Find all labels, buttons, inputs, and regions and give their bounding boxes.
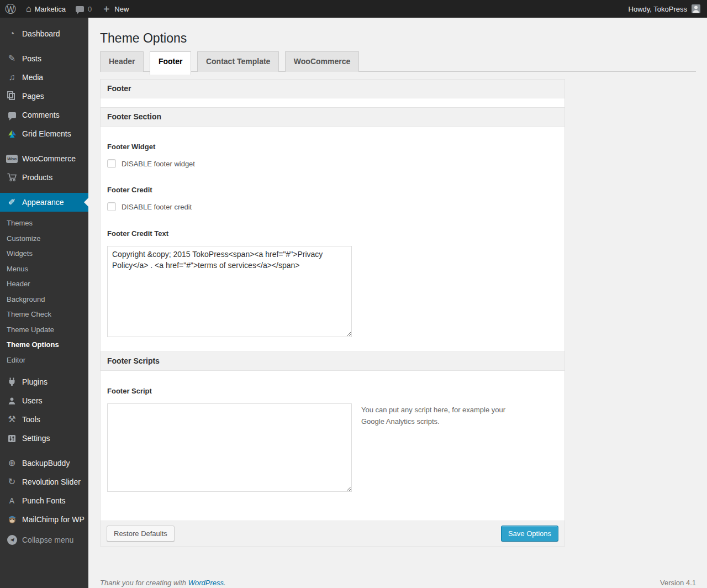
footer-widget-label: Footer Widget [107,143,558,151]
submenu-item-theme-options[interactable]: Theme Options [0,337,88,353]
tab-contact-template[interactable]: Contact Template [197,51,279,72]
tab-woocommerce[interactable]: WooCommerce [285,51,359,72]
admin-footer: Thank you for creating with WordPress. V… [100,579,696,587]
site-name-link[interactable]: ⌂ Marketica [21,0,71,18]
sidebar-item-label: Settings [22,434,50,443]
version-text: Version 4.1 [660,579,696,587]
avatar [692,4,700,13]
howdy-account-menu[interactable]: Howdy, TokoPress [624,0,700,18]
panel-action-bar: Restore Defaults Save Options [101,521,564,546]
sidebar-item-posts[interactable]: ✎ Posts [0,49,88,68]
submenu-item-menus[interactable]: Menus [0,261,88,277]
cart-icon [6,173,18,182]
admin-bar: Ⓦ ⌂ Marketica 0 ＋ New Howdy, TokoPress [0,0,707,18]
mailchimp-monkey-icon [6,515,18,524]
sidebar-item-woocommerce[interactable]: Woo WooCommerce [0,149,88,168]
sidebar-item-users[interactable]: Users [0,391,88,410]
sidebar-item-label: MailChimp for WP [22,515,85,524]
letter-a-icon: A [6,491,18,510]
grid-elements-icon [6,129,18,138]
sidebar-item-label: Punch Fonts [22,496,66,505]
restore-defaults-button[interactable]: Restore Defaults [107,526,175,542]
howdy-text: Howdy, TokoPress [629,5,687,13]
new-label: New [114,5,129,13]
thanks-prefix: Thank you for creating with [100,579,188,587]
sidebar-item-plugins[interactable]: Plugins [0,372,88,391]
submenu-item-customize[interactable]: Customize [0,231,88,246]
sidebar-item-pages[interactable]: Pages [0,87,88,106]
tab-header[interactable]: Header [100,51,144,72]
sidebar-item-media[interactable]: ♫ Media [0,68,88,87]
sidebar-item-backupbuddy[interactable]: ⊕ BackupBuddy [0,454,88,473]
admin-sidebar: ◔ Dashboard ✎ Posts ♫ Media Pages Commen… [0,18,88,588]
dashboard-icon: ◔ [6,24,18,43]
thanks-suffix: . [224,579,226,587]
disable-footer-widget-text[interactable]: DISABLE footer widget [122,160,195,168]
sidebar-item-punch-fonts[interactable]: A Punch Fonts [0,491,88,510]
sidebar-item-label: Dashboard [22,29,60,38]
plus-icon: ＋ [102,1,111,17]
sidebar-item-mailchimp[interactable]: MailChimp for WP [0,510,88,529]
sidebar-item-revolution-slider[interactable]: ↻ Revolution Slider [0,473,88,491]
sidebar-item-label: Users [22,396,43,405]
footer-script-label: Footer Script [107,387,558,395]
theme-options-tabs: Header Footer Contact Template WooCommer… [100,51,696,72]
sidebar-item-label: Tools [22,415,40,424]
submenu-item-theme-update[interactable]: Theme Update [0,322,88,338]
refresh-arrows-icon: ↻ [6,473,18,491]
comment-count: 0 [88,5,92,13]
section-header-footer-scripts: Footer Scripts [101,351,564,371]
backupbuddy-icon: ⊕ [6,454,18,473]
main-content: Theme Options Header Footer Contact Temp… [88,18,707,588]
sidebar-item-label: Revolution Slider [22,477,81,486]
footer-options-panel: Footer Footer Section Footer Widget DISA… [100,79,565,547]
appearance-submenu: Themes Customize Widgets Menus Header Ba… [0,212,88,372]
submenu-item-editor[interactable]: Editor [0,353,88,368]
sidebar-item-tools[interactable]: ⚒ Tools [0,410,88,429]
comments-adminbar-link[interactable]: 0 [71,0,97,18]
appearance-brush-icon: ✐ [6,193,18,212]
submenu-item-header[interactable]: Header [0,276,88,292]
footer-credit-text-label: Footer Credit Text [107,229,558,238]
footer-script-textarea[interactable] [107,403,352,492]
section-header-footer-section: Footer Section [101,107,564,127]
sidebar-item-label: Comments [22,111,60,119]
sidebar-item-label: WooCommerce [22,154,76,163]
sidebar-item-label: Grid Elements [22,129,71,138]
disable-footer-credit-text[interactable]: DISABLE footer credit [122,203,192,211]
footer-script-help-text: You can put any script here, for example… [361,403,528,428]
sidebar-item-comments[interactable]: Comments [0,106,88,124]
disable-footer-widget-checkbox[interactable] [107,159,116,168]
sidebar-item-label: BackupBuddy [22,459,70,468]
footer-credit-text-textarea[interactable]: Copyright &copy; 2015 TokoPress<span><a … [107,246,352,337]
sidebar-item-dashboard[interactable]: ◔ Dashboard [0,24,88,43]
sidebar-item-settings[interactable]: Settings [0,429,88,448]
save-options-button[interactable]: Save Options [501,526,558,542]
tab-footer[interactable]: Footer [150,51,192,75]
home-icon: ⌂ [26,4,31,14]
plug-icon [6,377,18,386]
woocommerce-badge-icon: Woo [6,155,18,163]
user-icon [6,397,18,405]
sidebar-item-label: Pages [22,92,44,101]
sidebar-item-products[interactable]: Products [0,168,88,187]
wp-logo-menu[interactable]: Ⓦ [0,0,21,18]
sidebar-item-grid-elements[interactable]: Grid Elements [0,124,88,143]
submenu-item-theme-check[interactable]: Theme Check [0,307,88,322]
submenu-item-themes[interactable]: Themes [0,216,88,231]
site-name: Marketica [35,5,66,13]
media-icon: ♫ [6,68,18,87]
sidebar-item-appearance[interactable]: ✐ Appearance [0,193,88,212]
submenu-item-background[interactable]: Background [0,292,88,307]
posts-pin-icon: ✎ [6,49,18,68]
comment-bubble-icon [76,6,84,12]
submenu-item-widgets[interactable]: Widgets [0,246,88,261]
collapse-menu-button[interactable]: ◀ Collapse menu [0,531,88,549]
wordpress-logo-icon: Ⓦ [5,0,16,18]
new-content-menu[interactable]: ＋ New [97,0,134,18]
wrench-icon: ⚒ [6,410,18,429]
disable-footer-credit-checkbox[interactable] [107,202,116,211]
group-header-footer: Footer [101,80,564,98]
wordpress-link[interactable]: WordPress [188,579,224,587]
page-title: Theme Options [100,18,696,46]
